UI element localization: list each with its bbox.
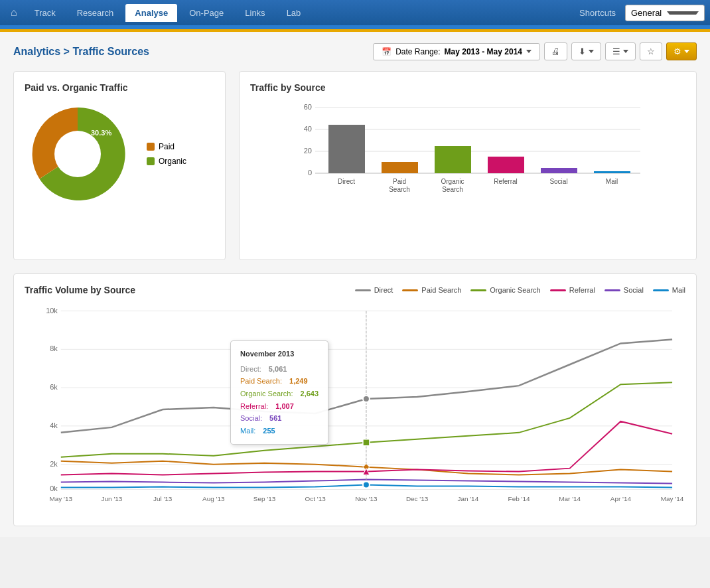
nav-tab-onpage[interactable]: On-Page (180, 4, 233, 22)
legend-mail-label: Mail (672, 286, 685, 294)
bar-chart-svg: 60 40 20 0 Direct Paid Search Organic Se… (250, 101, 685, 247)
date-range-label: Date Range: (395, 47, 440, 56)
svg-text:Nov '13: Nov '13 (355, 495, 378, 502)
nav-tab-analyse[interactable]: Analyse (125, 4, 177, 22)
calendar-icon: 📅 (382, 47, 391, 56)
settings-button[interactable]: ⚙ (666, 42, 697, 60)
legend-social: Social (604, 286, 644, 294)
breadcrumb: Analytics > Traffic Sources (13, 46, 365, 58)
date-range-button[interactable]: 📅 Date Range: May 2013 - May 2014 (373, 43, 540, 60)
home-icon[interactable]: ⌂ (5, 4, 23, 21)
svg-text:0: 0 (308, 169, 312, 177)
pie-center-hole (54, 131, 101, 177)
star-button[interactable]: ☆ (640, 42, 662, 60)
line-chart-title: Traffic Volume by Source (25, 285, 355, 295)
svg-text:Social: Social (549, 178, 567, 185)
pie-container: 69.7% 30.3% Paid Organic (25, 101, 214, 207)
svg-text:4k: 4k (50, 421, 58, 429)
dropdown-arrow-icon (667, 11, 699, 15)
svg-text:Jun '13: Jun '13 (102, 495, 123, 502)
svg-text:8k: 8k (50, 344, 58, 352)
svg-text:Paid: Paid (393, 178, 406, 185)
view-button[interactable]: ☰ (605, 42, 636, 60)
toolbar: 📅 Date Range: May 2013 - May 2014 🖨 ⬇ ☰ … (373, 42, 697, 60)
legend-paid-search: Paid Search (402, 286, 461, 294)
bar-chart-title: Traffic by Source (250, 82, 685, 93)
svg-text:Jan '14: Jan '14 (457, 495, 478, 502)
breadcrumb-part2: Traffic Sources (72, 46, 149, 57)
legend-paid-search-label: Paid Search (421, 286, 461, 294)
organic-legend-dot (147, 157, 155, 165)
bar-referral (488, 157, 524, 173)
print-button[interactable]: 🖨 (544, 42, 567, 60)
legend-referral-color (550, 289, 566, 291)
date-dropdown-arrow-icon (526, 50, 532, 53)
export-icon: ⬇ (579, 46, 586, 56)
bar-mail (594, 171, 630, 173)
nav-tab-research[interactable]: Research (68, 4, 123, 22)
legend-referral-label: Referral (569, 286, 595, 294)
legend-organic-search-label: Organic Search (490, 286, 540, 294)
paid-legend-item: Paid (147, 142, 186, 151)
svg-text:Apr '14: Apr '14 (610, 495, 632, 502)
paid-label: 30.3% (91, 129, 111, 137)
svg-text:May '13: May '13 (50, 495, 73, 502)
line-chart-panel: Traffic Volume by Source Direct Paid Sea… (13, 273, 697, 526)
organic-legend-item: Organic (147, 157, 186, 166)
view-arrow-icon (623, 50, 628, 53)
svg-text:Search: Search (442, 186, 463, 193)
legend-mail-color (653, 289, 669, 291)
date-range-value: May 2013 - May 2014 (445, 47, 522, 56)
general-label: General (631, 8, 662, 18)
pie-legend: Paid Organic (147, 142, 186, 166)
star-icon: ☆ (647, 46, 655, 56)
svg-text:Dec '13: Dec '13 (406, 495, 429, 502)
legend-direct-color (355, 289, 371, 291)
bar-organic-search (435, 146, 471, 173)
line-chart-header: Traffic Volume by Source Direct Paid Sea… (25, 285, 685, 295)
settings-arrow-icon (684, 50, 689, 53)
organic-label: 69.7% (68, 139, 89, 147)
shortcuts-label: Shortcuts (579, 8, 616, 18)
svg-text:Mail: Mail (606, 178, 618, 185)
mail-point (363, 482, 370, 488)
bar-paid-search (382, 162, 418, 173)
view-icon: ☰ (612, 46, 620, 56)
nav-tab-track[interactable]: Track (25, 4, 65, 22)
svg-text:Sep '13: Sep '13 (253, 495, 276, 502)
top-charts-row: Paid vs. Organic Traffic 69.7% 30.3% (13, 71, 697, 260)
legend-paid-search-color (402, 289, 418, 291)
legend-mail: Mail (653, 286, 685, 294)
svg-text:Oct '13: Oct '13 (305, 495, 326, 502)
general-dropdown[interactable]: General (625, 5, 705, 21)
direct-point (363, 396, 370, 402)
legend-organic-search-color (470, 289, 486, 291)
svg-text:Direct: Direct (338, 178, 355, 185)
legend-social-label: Social (624, 286, 644, 294)
svg-text:2k: 2k (50, 460, 58, 468)
direct-line (61, 339, 672, 432)
pie-chart-title: Paid vs. Organic Traffic (25, 82, 214, 93)
line-chart-legend: Direct Paid Search Organic Search Referr… (355, 286, 685, 294)
legend-social-color (604, 289, 620, 291)
pie-chart-panel: Paid vs. Organic Traffic 69.7% 30.3% (13, 71, 226, 260)
svg-text:Jul '13: Jul '13 (153, 495, 173, 502)
legend-direct: Direct (355, 286, 393, 294)
nav-tab-lab[interactable]: Lab (277, 4, 311, 22)
nav-tab-links[interactable]: Links (236, 4, 274, 22)
svg-text:Aug '13: Aug '13 (202, 495, 225, 502)
bar-social (541, 168, 577, 173)
breadcrumb-part1: Analytics (13, 46, 60, 57)
line-chart-wrapper: 10k 8k 6k 4k 2k 0k May '13 Jun '13 Jul '… (25, 301, 685, 515)
content-area: Analytics > Traffic Sources 📅 Date Range… (0, 32, 710, 537)
svg-text:20: 20 (304, 147, 312, 155)
bar-chart-panel: Traffic by Source 60 40 20 0 Direct (239, 71, 697, 260)
pie-chart-svg: 69.7% 30.3% (25, 101, 131, 207)
svg-text:0k: 0k (50, 484, 58, 492)
export-button[interactable]: ⬇ (571, 42, 601, 60)
organic-legend-label: Organic (159, 157, 186, 166)
svg-text:Mar '14: Mar '14 (559, 495, 581, 502)
svg-text:10k: 10k (46, 307, 58, 315)
legend-direct-label: Direct (374, 286, 393, 294)
legend-organic-search: Organic Search (470, 286, 540, 294)
